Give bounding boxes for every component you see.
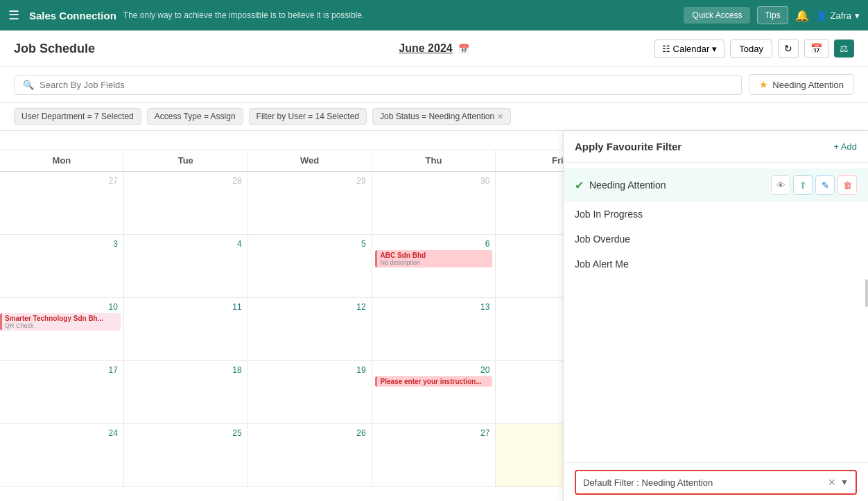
delete-icon[interactable]: 🗑 (837, 175, 857, 195)
table-row[interactable]: 24 (0, 424, 124, 487)
mini-calendar-button[interactable]: 📅 (804, 39, 828, 58)
user-name: Zafra (831, 10, 851, 21)
table-row[interactable]: 25 (124, 424, 248, 487)
table-row[interactable]: 29 (248, 172, 372, 235)
job-status-filter[interactable]: Job Status = Needing Attention ✕ (372, 108, 511, 125)
star-icon: ★ (759, 79, 768, 90)
add-filter-button[interactable]: + Add (833, 141, 857, 152)
panel-header: Apply Favourite Filter + Add (564, 131, 868, 163)
filter-item-job-alert-me[interactable]: Job Alert Me (564, 252, 868, 276)
col-mon: Mon (0, 150, 124, 171)
search-input[interactable] (40, 80, 733, 90)
calendar-view-button[interactable]: ☷ Calendar ▾ (654, 39, 725, 58)
hamburger-icon[interactable]: ☰ (8, 8, 19, 23)
needing-attention-label: Needing Attention (772, 80, 844, 90)
filter-list: ✔ Needing Attention 👁 ⇧ ✎ 🗑 Job In Progr… (564, 163, 868, 462)
current-month: June 2024 (399, 42, 452, 55)
brand-name: Sales Connection (29, 10, 116, 21)
default-filter-label: Default Filter : Needing Attention (583, 477, 828, 488)
tips-button[interactable]: Tips (757, 6, 788, 24)
filter-tags-bar: User Department = 7 Selected Access Type… (0, 103, 868, 131)
scroll-handle (865, 279, 868, 307)
filter-button[interactable]: ⚖ (834, 39, 854, 58)
filter-actions: 👁 ⇧ ✎ 🗑 (771, 175, 857, 195)
table-row[interactable]: 28 (124, 172, 248, 235)
hide-icon[interactable]: 👁 (771, 175, 790, 195)
search-icon: 🔍 (23, 80, 34, 90)
col-wed: Wed (248, 150, 372, 171)
panel-title: Apply Favourite Filter (575, 141, 682, 152)
main-content: ✓ Pending Job Mon Tue Wed Thu Fri Sat Su… (0, 131, 868, 501)
col-tue: Tue (124, 150, 248, 171)
favourite-filter-panel: Apply Favourite Filter + Add ✔ Needing A… (563, 131, 868, 501)
edit-icon[interactable]: ✎ (815, 175, 835, 195)
clear-default-filter-icon[interactable]: ✕ (828, 477, 836, 488)
dropdown-arrow-icon: ▾ (712, 44, 717, 54)
table-row[interactable]: 27 (0, 172, 124, 235)
grid-icon: ☷ (662, 44, 670, 54)
access-type-filter[interactable]: Access Type = Assign (147, 108, 243, 125)
user-department-label: User Department = 7 Selected (21, 112, 134, 121)
check-icon: ✔ (575, 179, 584, 192)
search-input-wrap: 🔍 (14, 75, 742, 95)
table-row[interactable]: 18 (124, 361, 248, 424)
search-bar: 🔍 ★ Needing Attention (0, 67, 868, 103)
filter-by-user-label: Filter by User = 14 Selected (257, 112, 359, 121)
filter-by-user[interactable]: Filter by User = 14 Selected (249, 108, 367, 125)
chevron-down-icon[interactable]: ▼ (840, 477, 849, 487)
list-item[interactable]: ABC Sdn Bhd No description (375, 250, 493, 267)
bell-icon[interactable]: 🔔 (795, 9, 809, 22)
filter-item-job-in-progress[interactable]: Job In Progress (564, 202, 868, 227)
active-filter-indicator: ✔ Needing Attention (575, 179, 771, 192)
page-header: Job Schedule June 2024 📅 ☷ Calendar ▾ To… (0, 30, 868, 67)
default-filter-section: Default Filter : Needing Attention ✕ ▼ (564, 462, 868, 501)
filter-name-job-alert-me: Job Alert Me (575, 258, 857, 270)
table-row[interactable]: 11 (124, 298, 248, 361)
table-row[interactable]: 26 (248, 424, 372, 487)
default-filter-dropdown[interactable]: Default Filter : Needing Attention ✕ ▼ (575, 470, 857, 495)
filter-name-needing-attention: Needing Attention (589, 179, 771, 191)
table-row[interactable]: 5 (248, 235, 372, 298)
quick-access-button[interactable]: Quick Access (684, 7, 750, 24)
table-row[interactable]: 3 (0, 235, 124, 298)
header-actions: ☷ Calendar ▾ Today ↻ 📅 ⚖ (654, 39, 854, 58)
today-button[interactable]: Today (730, 39, 772, 58)
col-thu: Thu (372, 150, 496, 171)
user-department-filter[interactable]: User Department = 7 Selected (14, 108, 141, 125)
calendar-pick-icon[interactable]: 📅 (458, 44, 469, 54)
user-avatar-icon: 👤 (816, 10, 827, 21)
table-row[interactable]: 27 (372, 424, 496, 487)
job-status-label: Job Status = Needing Attention (380, 112, 494, 121)
top-nav: ☰ Sales Connection The only way to achie… (0, 0, 868, 30)
tagline-text: The only way to achieve the impossible i… (123, 10, 677, 20)
list-item[interactable]: Please enter your instruction... (375, 376, 493, 387)
refresh-button[interactable]: ↻ (778, 39, 799, 58)
table-row[interactable]: 12 (248, 298, 372, 361)
calendar-label: Calendar (673, 44, 710, 54)
access-type-label: Access Type = Assign (155, 112, 236, 121)
filter-item-needing-attention[interactable]: ✔ Needing Attention 👁 ⇧ ✎ 🗑 (564, 168, 868, 202)
job-status-remove-icon[interactable]: ✕ (497, 112, 503, 121)
table-row[interactable]: 4 (124, 235, 248, 298)
chevron-down-icon: ▾ (855, 10, 860, 21)
list-item[interactable]: Smarter Technology Sdn Bh... QR Check (0, 313, 121, 331)
filter-name-job-in-progress: Job In Progress (575, 209, 857, 220)
table-row[interactable]: 20 Please enter your instruction... (372, 361, 496, 424)
table-row[interactable]: 13 (372, 298, 496, 361)
user-menu[interactable]: 👤 Zafra ▾ (816, 10, 860, 21)
share-icon[interactable]: ⇧ (793, 175, 813, 195)
table-row[interactable]: 6 ABC Sdn Bhd No description (372, 235, 496, 298)
needing-attention-button[interactable]: ★ Needing Attention (749, 74, 854, 95)
table-row[interactable]: 17 (0, 361, 124, 424)
filter-item-job-overdue[interactable]: Job Overdue (564, 227, 868, 252)
table-row[interactable]: 10 Smarter Technology Sdn Bh... QR Check (0, 298, 124, 361)
table-row[interactable]: 30 (372, 172, 496, 235)
table-row[interactable]: 19 (248, 361, 372, 424)
page-title: Job Schedule (14, 42, 654, 56)
filter-name-job-overdue: Job Overdue (575, 234, 857, 245)
